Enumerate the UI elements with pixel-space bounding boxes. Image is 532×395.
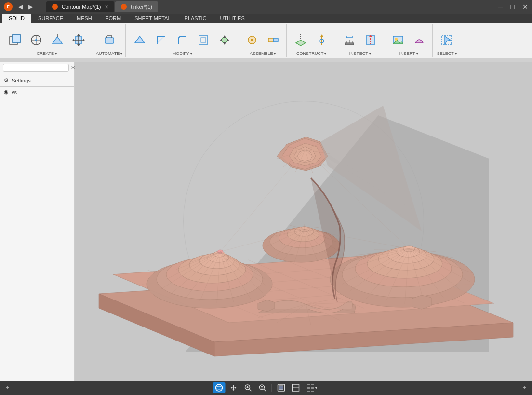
insert-image-button[interactable] xyxy=(388,31,408,49)
shell-button[interactable] xyxy=(193,31,213,49)
svg-line-183 xyxy=(264,389,266,391)
measure-button[interactable] xyxy=(339,31,359,49)
group-inspect: INSPECT ▾ xyxy=(336,24,384,57)
pan-tool[interactable] xyxy=(227,382,240,393)
nav-back-button[interactable]: ◀ xyxy=(16,2,25,11)
status-right: + xyxy=(521,383,528,392)
group-select: SELECT ▾ xyxy=(434,24,460,57)
group-select-label[interactable]: SELECT ▾ xyxy=(437,50,457,56)
move-button[interactable] xyxy=(68,31,89,49)
group-automate-label[interactable]: AUTOMATE ▾ xyxy=(96,50,122,56)
fillet-button[interactable] xyxy=(151,31,171,49)
maximize-button[interactable]: □ xyxy=(511,3,515,11)
svg-point-29 xyxy=(251,39,253,41)
tab-contour-icon xyxy=(52,4,58,10)
tab-contour-map[interactable]: Contour Map*(1) ✕ xyxy=(46,1,114,12)
sketch-button[interactable] xyxy=(26,31,46,49)
extrude-icon xyxy=(50,32,65,48)
svg-rect-192 xyxy=(307,388,310,391)
svg-marker-24 xyxy=(223,35,226,38)
svg-point-182 xyxy=(260,385,265,390)
new-component-button[interactable] xyxy=(5,31,25,49)
extrude-button[interactable] xyxy=(47,31,67,49)
group-modify-items xyxy=(130,25,235,50)
move2-icon xyxy=(217,32,232,48)
views-icon: ◉ xyxy=(4,89,9,95)
select-dropdown-arrow: ▾ xyxy=(455,52,457,56)
group-create-items xyxy=(5,25,89,50)
svg-point-6 xyxy=(35,39,37,41)
automate-icon xyxy=(102,32,117,48)
group-inspect-items xyxy=(339,25,381,50)
svg-marker-35 xyxy=(320,34,323,37)
group-assemble-label[interactable]: ASSEMBLE ▾ xyxy=(250,50,276,56)
joint-icon xyxy=(266,32,281,48)
tab-tinker[interactable]: tinker*(1) xyxy=(115,1,158,12)
svg-marker-25 xyxy=(223,42,226,45)
display-mode-tool[interactable] xyxy=(275,382,288,393)
svg-marker-26 xyxy=(220,39,222,41)
status-left: + xyxy=(4,383,11,392)
svg-marker-12 xyxy=(77,34,80,36)
group-inspect-label[interactable]: INSPECT ▾ xyxy=(349,50,371,56)
ribbon-tab-surface[interactable]: SURFACE xyxy=(31,14,70,23)
ribbon-tab-mesh[interactable]: MESH xyxy=(70,14,99,23)
views-item[interactable]: ◉ vs xyxy=(0,87,74,97)
status-add-left-button[interactable]: + xyxy=(4,383,11,392)
group-modify-label[interactable]: MODIFY ▾ xyxy=(173,50,192,56)
ribbon-tab-solid[interactable]: SOLID xyxy=(2,14,31,23)
svg-rect-186 xyxy=(279,386,283,390)
group-create-label[interactable]: CREATE ▾ xyxy=(37,50,57,56)
section-button[interactable] xyxy=(360,31,381,49)
settings-item[interactable]: ⚙ Settings xyxy=(0,74,74,87)
automate-button[interactable] xyxy=(99,31,120,49)
decal-button[interactable] xyxy=(409,31,429,49)
move2-button[interactable] xyxy=(214,31,235,49)
svg-rect-37 xyxy=(345,43,354,45)
status-center: ▾ xyxy=(213,382,319,393)
grid-tool[interactable] xyxy=(290,382,302,393)
zoom-fit-tool[interactable] xyxy=(242,382,254,393)
close-button[interactable]: ✕ xyxy=(522,3,528,11)
create-dropdown-arrow: ▾ xyxy=(55,52,57,56)
plane-icon xyxy=(293,32,308,48)
main-viewport[interactable] xyxy=(75,62,532,381)
axis-button[interactable] xyxy=(312,31,332,49)
ribbon-tab-utilities[interactable]: UTILITIES xyxy=(213,14,251,23)
model-svg xyxy=(75,62,532,381)
group-insert-label[interactable]: INSERT ▾ xyxy=(399,50,418,56)
decal-icon xyxy=(412,32,427,48)
panel-items xyxy=(0,97,74,395)
svg-marker-32 xyxy=(296,40,306,46)
title-bar-left: F ◀ ▶ Contour Map*(1) ✕ tinker*(1) xyxy=(4,1,158,12)
press-pull-button[interactable] xyxy=(130,31,150,49)
status-add-right-button[interactable]: + xyxy=(521,383,528,392)
tab-bar: Contour Map*(1) ✕ tinker*(1) xyxy=(46,1,158,12)
tab-tinker-icon xyxy=(121,4,127,10)
assemble-button[interactable] xyxy=(242,31,262,49)
orbit-tool[interactable] xyxy=(213,382,226,393)
insert-image-icon xyxy=(390,32,406,48)
search-input[interactable] xyxy=(3,64,69,72)
group-construct-label[interactable]: CONSTRUCT ▾ xyxy=(296,50,327,56)
minimize-button[interactable]: ─ xyxy=(498,3,503,11)
ribbon-tab-sheetmetal[interactable]: SHEET METAL xyxy=(128,14,177,23)
more-display-tool[interactable]: ▾ xyxy=(304,382,319,393)
group-select-items xyxy=(437,25,457,50)
chamfer-button[interactable] xyxy=(172,31,192,49)
inspect-dropdown-arrow: ▾ xyxy=(369,52,371,56)
plane-button[interactable] xyxy=(291,31,311,49)
tab-contour-close[interactable]: ✕ xyxy=(105,4,108,10)
nav-forward-button[interactable]: ▶ xyxy=(27,2,35,11)
settings-label: Settings xyxy=(12,78,31,83)
svg-rect-191 xyxy=(311,384,314,387)
zoom-tool[interactable] xyxy=(256,382,269,393)
settings-icon: ⚙ xyxy=(4,77,9,83)
group-construct-items xyxy=(291,25,332,50)
ribbon-tab-form[interactable]: FORM xyxy=(99,14,128,23)
select-button[interactable] xyxy=(437,31,457,49)
more-display-arrow: ▾ xyxy=(315,386,317,390)
ribbon-tab-plastic[interactable]: PLASTIC xyxy=(178,14,213,23)
joint-button[interactable] xyxy=(263,31,283,49)
ribbon-tabs: SOLID SURFACE MESH FORM SHEET METAL PLAS… xyxy=(0,14,532,23)
